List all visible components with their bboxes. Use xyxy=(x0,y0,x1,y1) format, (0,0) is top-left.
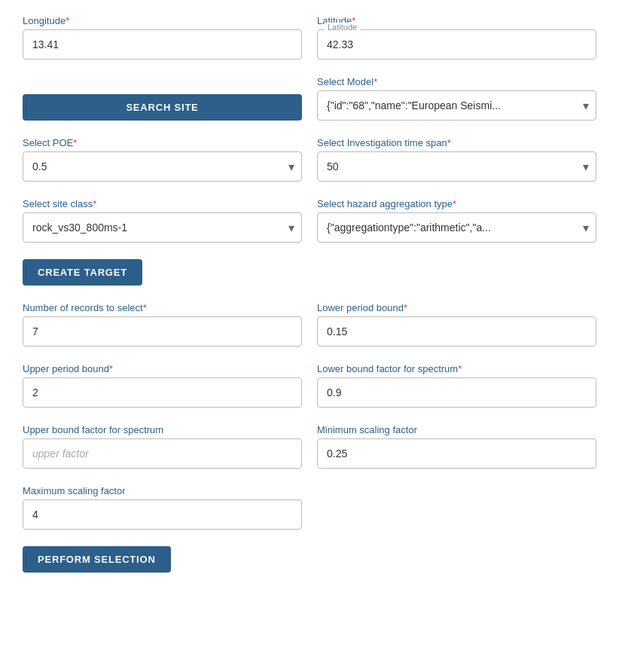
latitude-floating-label: Latitude xyxy=(325,23,360,32)
latitude-input[interactable] xyxy=(317,29,596,60)
minimum-scaling-factor-label: Minimum scaling factor xyxy=(317,424,596,435)
row-search-model: SEARCH SITE Select Model* {"id":"68","na… xyxy=(23,76,596,121)
select-poe-wrapper: 0.50.10.02 ▾ xyxy=(23,151,302,182)
investigation-timespan-wrapper: 50100200 ▾ xyxy=(317,151,596,182)
select-poe-label: Select POE* xyxy=(23,137,302,148)
longitude-input[interactable] xyxy=(23,29,302,60)
create-target-row: CREATE TARGET xyxy=(23,259,596,286)
row-maxscaling: Maximum scaling factor xyxy=(23,485,596,530)
minimum-scaling-factor-group: Minimum scaling factor xyxy=(317,424,596,469)
row-records-lowerbound: Number of records to select* Lower perio… xyxy=(23,302,596,347)
latitude-group: Latitude* Latitude xyxy=(317,15,596,60)
maximum-scaling-factor-input[interactable] xyxy=(23,499,302,530)
placeholder-group xyxy=(317,485,596,530)
hazard-aggregation-group: Select hazard aggregation type* {"aggreg… xyxy=(317,198,596,243)
select-model-group: Select Model* {"id":"68","name":"Europea… xyxy=(317,76,596,121)
site-class-group: Select site class* rock_vs30_800ms-1soil… xyxy=(23,198,302,243)
site-class-label: Select site class* xyxy=(23,198,302,209)
row-upperbound-lowerfactor: Upper period bound* Lower bound factor f… xyxy=(23,363,596,408)
lower-bound-factor-label: Lower bound factor for spectrum* xyxy=(317,363,596,374)
longitude-group: Longitude* xyxy=(23,15,302,60)
maximum-scaling-factor-group: Maximum scaling factor xyxy=(23,485,302,530)
select-poe-group: Select POE* 0.50.10.02 ▾ xyxy=(23,137,302,182)
perform-selection-row: PERFORM SELECTION xyxy=(23,546,596,573)
site-class-input[interactable]: rock_vs30_800ms-1soilstiff_soil xyxy=(23,212,302,243)
upper-period-bound-label: Upper period bound* xyxy=(23,363,302,374)
lower-period-bound-label: Lower period bound* xyxy=(317,302,596,313)
lower-bound-factor-group: Lower bound factor for spectrum* xyxy=(317,363,596,408)
row-siteclass-hazard: Select site class* rock_vs30_800ms-1soil… xyxy=(23,198,596,243)
row-longitude-latitude: Longitude* Latitude* Latitude xyxy=(23,15,596,60)
investigation-timespan-input[interactable]: 50100200 xyxy=(317,151,596,182)
latitude-input-wrapper: Latitude xyxy=(317,29,596,60)
investigation-timespan-group: Select Investigation time span* 50100200… xyxy=(317,137,596,182)
upper-period-bound-group: Upper period bound* xyxy=(23,363,302,408)
search-site-group: SEARCH SITE xyxy=(23,94,302,121)
upper-bound-factor-input[interactable] xyxy=(23,438,302,469)
investigation-timespan-label: Select Investigation time span* xyxy=(317,137,596,148)
maximum-scaling-factor-label: Maximum scaling factor xyxy=(23,485,302,496)
select-model-input[interactable]: {"id":"68","name":"European Seismi... xyxy=(317,90,596,121)
minimum-scaling-factor-input[interactable] xyxy=(317,438,596,469)
lower-period-bound-input[interactable] xyxy=(317,316,596,347)
upper-bound-factor-group: Upper bound factor for spectrum xyxy=(23,424,302,469)
number-of-records-group: Number of records to select* xyxy=(23,302,302,347)
site-class-wrapper: rock_vs30_800ms-1soilstiff_soil ▾ xyxy=(23,212,302,243)
number-of-records-label: Number of records to select* xyxy=(23,302,302,313)
select-model-wrapper: {"id":"68","name":"European Seismi... ▾ xyxy=(317,90,596,121)
upper-period-bound-input[interactable] xyxy=(23,377,302,408)
upper-bound-factor-label: Upper bound factor for spectrum xyxy=(23,424,302,435)
lower-bound-factor-input[interactable] xyxy=(317,377,596,408)
lower-period-bound-group: Lower period bound* xyxy=(317,302,596,347)
row-poe-timespan: Select POE* 0.50.10.02 ▾ Select Investig… xyxy=(23,137,596,182)
longitude-label: Longitude* xyxy=(23,15,302,26)
select-poe-input[interactable]: 0.50.10.02 xyxy=(23,151,302,182)
hazard-aggregation-label: Select hazard aggregation type* xyxy=(317,198,596,209)
perform-selection-button[interactable]: PERFORM SELECTION xyxy=(23,546,171,573)
select-model-label: Select Model* xyxy=(317,76,596,87)
hazard-aggregation-wrapper: {"aggregationtype":"arithmetic","a... ▾ xyxy=(317,212,596,243)
create-target-button[interactable]: CREATE TARGET xyxy=(23,259,142,286)
row-upperfactor-minscaling: Upper bound factor for spectrum Minimum … xyxy=(23,424,596,469)
main-form: Longitude* Latitude* Latitude SEARCH SIT… xyxy=(23,15,596,573)
hazard-aggregation-input[interactable]: {"aggregationtype":"arithmetic","a... xyxy=(317,212,596,243)
search-site-button[interactable]: SEARCH SITE xyxy=(23,94,302,121)
number-of-records-input[interactable] xyxy=(23,316,302,347)
